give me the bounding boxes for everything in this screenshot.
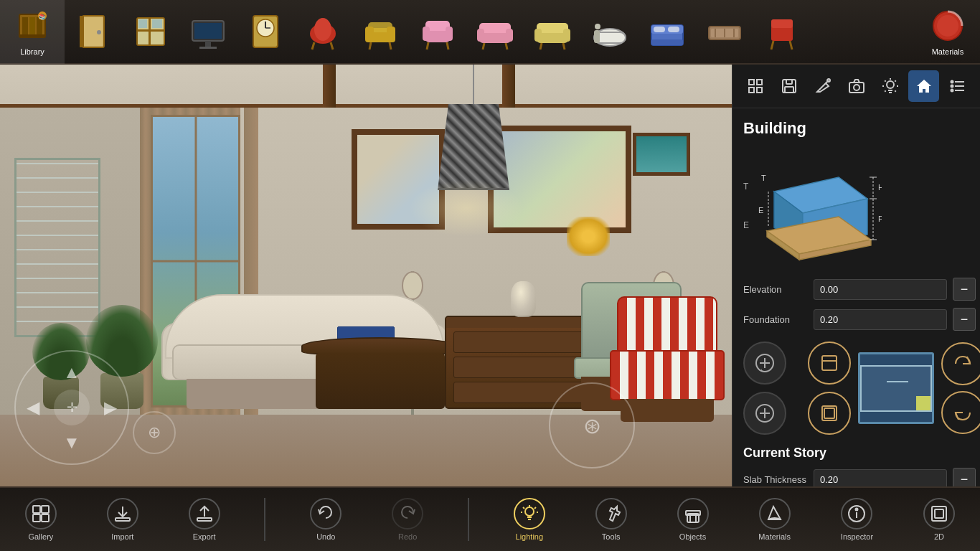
nav-up-arrow[interactable]: ▲ <box>63 362 80 382</box>
svg-rect-17 <box>194 23 222 39</box>
elevation-decrease-button[interactable]: − <box>953 278 976 301</box>
svg-rect-4 <box>19 34 45 37</box>
svg-point-89 <box>951 90 953 92</box>
rotate-view-button[interactable] <box>941 342 980 385</box>
svg-rect-13 <box>137 29 164 32</box>
svg-rect-54 <box>594 30 600 43</box>
furniture-pink-sofa[interactable] <box>466 6 524 57</box>
materials-top-label: Materials <box>932 47 964 56</box>
svg-point-83 <box>887 81 894 88</box>
furniture-door[interactable] <box>65 6 122 57</box>
export-label: Export <box>193 532 216 541</box>
library-button[interactable]: 📚 Library <box>0 0 65 64</box>
elevation-input[interactable] <box>814 279 947 300</box>
tools-icon <box>595 498 627 529</box>
inspector-label: Inspector <box>841 532 873 541</box>
nav-center-button[interactable]: ✛ <box>54 390 90 425</box>
lighting-icon <box>514 498 545 529</box>
svg-rect-122 <box>197 518 212 521</box>
2d-icon <box>923 498 955 529</box>
blueprint-labels-left: T E <box>743 182 749 230</box>
tools-button[interactable]: Tools <box>590 487 633 551</box>
furniture-yellow-chair[interactable] <box>352 6 409 57</box>
redo-label: Redo <box>398 532 417 541</box>
slab-thickness-input[interactable] <box>814 469 947 487</box>
gallery-button[interactable]: Gallery <box>19 487 62 551</box>
materials-top-button[interactable]: Materials <box>915 0 980 64</box>
blueprint-box: H F T E <box>753 149 882 263</box>
slab-decrease-button[interactable]: − <box>953 468 976 486</box>
import-icon <box>107 498 138 529</box>
svg-rect-19 <box>199 47 217 49</box>
svg-rect-31 <box>387 27 395 42</box>
furniture-bed[interactable] <box>639 6 696 57</box>
svg-point-71 <box>937 15 958 37</box>
navigation-joystick-left[interactable]: ▲ ▼ ◀ ▶ ✛ <box>14 350 129 465</box>
nav-left-arrow[interactable]: ◀ <box>27 397 39 418</box>
navigation-rotate[interactable]: ⊛ <box>549 382 635 468</box>
rotate-icon: ⊛ <box>583 413 601 438</box>
foundation-input[interactable] <box>814 309 947 330</box>
panel-light-icon[interactable] <box>875 70 905 102</box>
floor-settings-button[interactable] <box>808 392 851 435</box>
furniture-red-chair[interactable] <box>294 6 352 57</box>
inspector-button[interactable]: Inspector <box>835 487 879 551</box>
add-floor-button[interactable] <box>743 392 786 435</box>
svg-point-88 <box>951 85 953 88</box>
materials-icon <box>759 498 791 529</box>
panel-save-icon[interactable] <box>773 70 804 102</box>
svg-rect-67 <box>771 19 793 28</box>
floor-plan-corner <box>916 396 930 410</box>
blueprint-diagram: T E <box>743 149 969 263</box>
furniture-tv[interactable] <box>179 6 237 57</box>
furniture-bathtub[interactable] <box>581 6 639 57</box>
floor-plan-thumbnail[interactable] <box>858 352 934 424</box>
objects-button[interactable]: Objects <box>672 487 715 551</box>
add-story-button[interactable]: + <box>743 342 786 385</box>
svg-rect-78 <box>785 87 793 93</box>
current-story-title: Current Story <box>743 446 969 461</box>
right-panel: Building T E <box>732 65 980 486</box>
svg-line-126 <box>534 507 536 509</box>
svg-rect-10 <box>80 16 84 47</box>
panel-select-icon[interactable] <box>740 70 771 102</box>
foundation-decrease-button[interactable]: − <box>953 308 976 331</box>
foundation-label: Foundation <box>743 314 808 325</box>
2d-button[interactable]: 2D <box>918 487 961 551</box>
import-button[interactable]: Import <box>101 487 144 551</box>
art-accent-2 <box>633 133 690 176</box>
furniture-window[interactable] <box>122 6 179 57</box>
furniture-yellow-sofa[interactable] <box>524 6 581 57</box>
nav-down-arrow[interactable]: ▼ <box>63 433 80 453</box>
lighting-button[interactable]: Lighting <box>508 487 551 551</box>
coffee-table <box>301 337 459 409</box>
panel-paint-icon[interactable] <box>807 70 838 102</box>
svg-rect-119 <box>33 514 40 522</box>
inspector-icon <box>841 498 872 529</box>
undo-button[interactable]: Undo <box>304 487 347 551</box>
story-options-button[interactable] <box>808 342 851 385</box>
panel-camera-icon[interactable] <box>841 70 872 102</box>
undo-label: Undo <box>316 532 335 541</box>
gallery-icon <box>25 498 57 529</box>
objects-label: Objects <box>679 532 706 541</box>
slab-thickness-label: Slab Thickness <box>743 474 808 485</box>
nav-pan-button[interactable]: ⊕ <box>133 411 176 454</box>
nav-right-arrow[interactable]: ▶ <box>104 397 117 418</box>
panel-list-icon[interactable] <box>942 70 973 102</box>
furniture-clock[interactable] <box>237 6 294 57</box>
furniture-pink-chair[interactable] <box>409 6 466 57</box>
svg-rect-2 <box>29 17 35 34</box>
materials-button[interactable]: Materials <box>753 487 796 551</box>
panel-home-icon[interactable] <box>908 70 939 102</box>
panel-icon-row <box>732 65 980 108</box>
flip-view-button[interactable] <box>941 391 980 434</box>
redo-button[interactable]: Redo <box>386 487 429 551</box>
furniture-rug[interactable] <box>696 6 753 57</box>
svg-rect-73 <box>757 80 762 85</box>
label-E: E <box>743 220 749 230</box>
elevation-row: Elevation − + <box>743 278 969 301</box>
furniture-red-chair2[interactable] <box>753 6 811 57</box>
export-button[interactable]: Export <box>183 487 226 551</box>
svg-rect-74 <box>749 88 754 93</box>
